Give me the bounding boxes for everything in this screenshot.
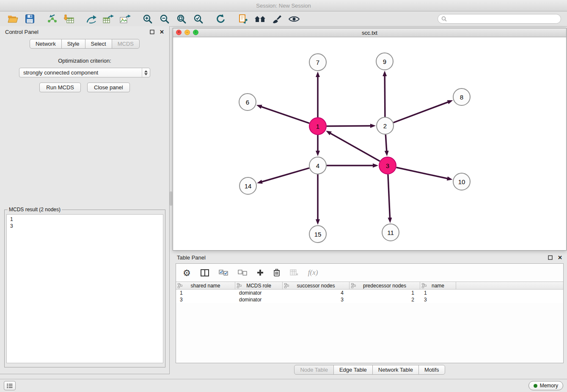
graph-node-6[interactable]: 6 bbox=[239, 94, 256, 110]
table-cell[interactable]: 4 bbox=[283, 290, 350, 296]
minimize-window-button[interactable]: − bbox=[184, 30, 190, 35]
graph-node-2[interactable]: 2 bbox=[377, 117, 394, 134]
graph-node-15[interactable]: 15 bbox=[309, 226, 326, 243]
task-history-button[interactable] bbox=[4, 381, 16, 390]
network-canvas-svg[interactable]: 7968124314101511 bbox=[173, 37, 566, 250]
zoom-in-button[interactable] bbox=[139, 12, 156, 26]
table-cell[interactable]: 1 bbox=[176, 290, 235, 296]
table-cell[interactable]: dominator bbox=[235, 297, 283, 303]
add-column-button[interactable] bbox=[257, 269, 264, 276]
graph-node-8[interactable]: 8 bbox=[453, 88, 470, 105]
search-input[interactable] bbox=[449, 16, 557, 22]
run-mcds-button[interactable]: Run MCDS bbox=[39, 83, 81, 92]
close-window-button[interactable]: ✕ bbox=[176, 30, 182, 35]
criterion-dropdown[interactable]: strongly connected component bbox=[19, 68, 150, 77]
edge-3-1[interactable] bbox=[330, 133, 380, 161]
graph-node-9[interactable]: 9 bbox=[376, 53, 393, 70]
column-header-name[interactable]: name bbox=[420, 282, 456, 289]
function-icon: f(x) bbox=[308, 268, 318, 277]
edge-4-14[interactable] bbox=[262, 168, 309, 182]
search-field[interactable] bbox=[438, 14, 561, 24]
node-label: 14 bbox=[245, 182, 252, 190]
column-header-MCDS-role[interactable]: MCDS role bbox=[235, 282, 283, 289]
open-session-button[interactable] bbox=[4, 12, 21, 26]
network-window-titlebar[interactable]: ✕ − + scc.txt bbox=[173, 28, 566, 37]
table-cell[interactable]: 3 bbox=[283, 297, 350, 303]
network-window-title: scc.txt bbox=[362, 30, 377, 36]
table-cell[interactable]: dominator bbox=[235, 290, 283, 296]
zoom-out-button[interactable] bbox=[156, 12, 173, 26]
graph-node-10[interactable]: 10 bbox=[453, 173, 470, 190]
export-table-button[interactable] bbox=[100, 12, 117, 26]
table-cell[interactable]: 3 bbox=[420, 297, 456, 303]
edge-1-2[interactable] bbox=[327, 126, 371, 126]
show-details-button[interactable] bbox=[286, 12, 303, 26]
columns-icon bbox=[201, 269, 209, 276]
graph-node-11[interactable]: 11 bbox=[382, 224, 399, 241]
column-header-predecessor-nodes[interactable]: predecessor nodes bbox=[350, 282, 420, 289]
zoom-out-icon bbox=[160, 14, 170, 24]
deselect-all-columns-button[interactable] bbox=[238, 270, 247, 276]
save-session-button[interactable] bbox=[21, 12, 38, 26]
memory-button[interactable]: Memory bbox=[528, 381, 563, 390]
table-row-1[interactable]: 3dominator323 bbox=[176, 296, 563, 303]
maximize-window-button[interactable]: + bbox=[193, 30, 198, 35]
zoom-fit-button[interactable] bbox=[173, 12, 190, 26]
function-builder-button[interactable]: f(x) bbox=[308, 268, 318, 277]
export-network-button[interactable] bbox=[83, 12, 100, 26]
layout-button[interactable] bbox=[252, 12, 269, 26]
control-panel-tabs: NetworkStyleSelectMCDS bbox=[0, 39, 169, 49]
tab-select[interactable]: Select bbox=[85, 39, 112, 49]
graph-node-1[interactable]: 1 bbox=[309, 118, 326, 135]
save-icon bbox=[25, 14, 34, 23]
refresh-button[interactable] bbox=[212, 12, 229, 26]
node-label: 8 bbox=[460, 94, 463, 101]
style-button[interactable] bbox=[269, 12, 286, 26]
tab-style[interactable]: Style bbox=[61, 39, 85, 49]
edge-2-9[interactable] bbox=[385, 76, 385, 117]
tab-node-table[interactable]: Node Table bbox=[294, 365, 334, 375]
tab-motifs[interactable]: Motifs bbox=[418, 365, 445, 375]
zoom-selected-button[interactable] bbox=[190, 12, 207, 26]
show-columns-button[interactable] bbox=[201, 269, 209, 276]
tab-mcds[interactable]: MCDS bbox=[112, 39, 140, 49]
graph-node-4[interactable]: 4 bbox=[309, 157, 326, 174]
delete-column-button[interactable] bbox=[273, 269, 280, 276]
tab-network[interactable]: Network bbox=[30, 39, 62, 49]
select-all-columns-button[interactable] bbox=[219, 270, 228, 276]
table-row-0[interactable]: 1dominator411 bbox=[176, 290, 563, 296]
zoom-selected-icon bbox=[193, 14, 204, 24]
edge-3-11[interactable] bbox=[388, 174, 390, 218]
edge-2-8[interactable] bbox=[394, 102, 448, 123]
table-cell[interactable]: 3 bbox=[176, 297, 235, 303]
network-window: ✕ − + scc.txt 7968124314101511 bbox=[173, 28, 567, 251]
table-settings-button[interactable]: ⚙ bbox=[183, 268, 191, 277]
import-network-icon bbox=[47, 14, 57, 24]
graph-node-14[interactable]: 14 bbox=[239, 177, 256, 194]
network-scrollbar-thumb[interactable] bbox=[170, 191, 172, 206]
tab-network-table[interactable]: Network Table bbox=[372, 365, 419, 375]
table-cell[interactable]: 2 bbox=[350, 297, 420, 303]
graph-node-3[interactable]: 3 bbox=[379, 157, 396, 174]
float-panel-icon[interactable] bbox=[150, 30, 154, 34]
column-header-successor-nodes[interactable]: successor nodes bbox=[283, 282, 350, 289]
graph-node-7[interactable]: 7 bbox=[309, 54, 326, 71]
table-cell[interactable]: 1 bbox=[350, 290, 420, 296]
import-network-button[interactable] bbox=[44, 12, 61, 26]
import-table-button[interactable] bbox=[61, 12, 77, 26]
close-control-panel-icon[interactable]: ✕ bbox=[160, 29, 164, 35]
edge-3-10[interactable] bbox=[396, 168, 448, 179]
mcds-result-text[interactable]: 1 3 bbox=[6, 214, 163, 363]
column-header-label: predecessor nodes bbox=[363, 283, 406, 289]
first-neighbors-button[interactable] bbox=[235, 12, 252, 26]
edge-1-6[interactable] bbox=[261, 107, 309, 123]
export-image-button[interactable] bbox=[117, 12, 134, 26]
close-panel-button[interactable]: Close panel bbox=[87, 83, 130, 92]
column-header-shared-name[interactable]: shared name bbox=[176, 282, 235, 289]
edge-2-3[interactable] bbox=[385, 135, 387, 151]
tab-edge-table[interactable]: Edge Table bbox=[333, 365, 373, 375]
select-all-icon bbox=[219, 270, 228, 276]
table-cell[interactable]: 1 bbox=[420, 290, 456, 296]
float-table-panel-icon[interactable] bbox=[548, 255, 553, 260]
close-table-panel-icon[interactable]: ✕ bbox=[558, 255, 562, 260]
